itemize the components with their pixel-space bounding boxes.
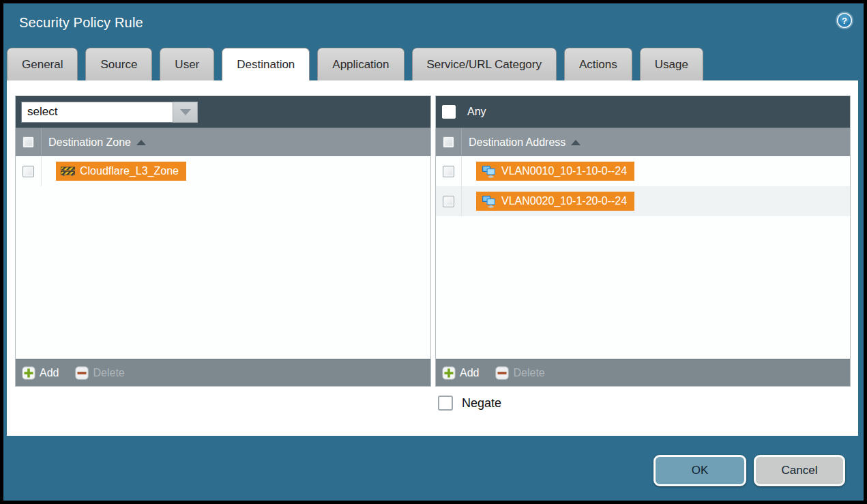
destination-zone-panel: Destination Zone — [15, 95, 431, 387]
zone-select-all-checkbox[interactable] — [23, 136, 34, 148]
address-item-label: VLAN0010_10-1-10-0--24 — [501, 165, 627, 177]
tab-general[interactable]: General — [7, 48, 78, 80]
table-row: VLAN0010_10-1-10-0--24 — [436, 156, 850, 186]
sort-asc-icon — [571, 140, 581, 145]
address-column-header: Destination Address — [436, 128, 850, 156]
add-plus-icon — [442, 366, 456, 380]
add-plus-icon — [22, 366, 35, 380]
delete-minus-icon — [75, 366, 89, 380]
zone-footer: Add Delete — [16, 359, 430, 386]
zone-barrier-icon — [61, 166, 75, 177]
address-add-button[interactable]: Add — [442, 366, 479, 380]
zone-item[interactable]: Cloudflare_L3_Zone — [56, 162, 186, 181]
network-address-icon — [481, 165, 497, 178]
zone-row-checkbox[interactable] — [23, 166, 34, 177]
destination-address-panel: Any Destination Address — [435, 95, 851, 387]
destination-tab-content: Destination Zone — [7, 80, 858, 436]
network-address-icon — [481, 195, 497, 208]
zone-column-header: Destination Zone — [16, 128, 430, 156]
address-rows: VLAN0010_10-1-10-0--24 — [436, 156, 850, 359]
address-delete-button[interactable]: Delete — [495, 366, 544, 380]
tab-destination[interactable]: Destination — [222, 48, 310, 80]
tab-service-url-category[interactable]: Service/URL Category — [412, 48, 557, 80]
tab-actions[interactable]: Actions — [564, 48, 632, 80]
negate-label: Negate — [462, 396, 501, 411]
ok-button[interactable]: OK — [653, 455, 746, 486]
tab-user[interactable]: User — [160, 48, 214, 80]
dialog-title: Security Policy Rule — [19, 15, 143, 31]
security-policy-rule-dialog: Security Policy Rule ? General Source Us… — [3, 3, 864, 501]
address-row-checkbox[interactable] — [443, 166, 454, 177]
address-select-all-checkbox[interactable] — [443, 136, 454, 148]
zone-column-title[interactable]: Destination Zone — [48, 136, 146, 149]
zone-item-label: Cloudflare_L3_Zone — [80, 165, 179, 177]
tab-usage[interactable]: Usage — [640, 48, 703, 80]
chevron-down-icon — [180, 109, 191, 115]
address-row-checkbox[interactable] — [443, 196, 454, 207]
negate-option: Negate — [438, 396, 501, 411]
title-bar: Security Policy Rule ? — [3, 3, 864, 48]
tab-strip: General Source User Destination Applicat… — [7, 48, 703, 80]
zone-delete-button[interactable]: Delete — [75, 366, 124, 380]
address-footer: Add Delete — [436, 359, 850, 386]
sort-asc-icon — [136, 140, 146, 145]
any-checkbox[interactable] — [442, 105, 456, 119]
address-item-label: VLAN0020_10-1-20-0--24 — [501, 195, 627, 207]
address-column-title[interactable]: Destination Address — [469, 136, 581, 149]
zone-rows: Cloudflare_L3_Zone — [16, 156, 430, 359]
address-toolbar: Any — [436, 96, 850, 128]
zone-select-input[interactable] — [21, 102, 173, 123]
zone-add-button[interactable]: Add — [22, 366, 59, 380]
any-label: Any — [467, 106, 486, 118]
dialog-action-bar: OK Cancel — [0, 432, 867, 504]
zone-toolbar — [16, 96, 430, 128]
negate-checkbox[interactable] — [438, 396, 453, 411]
address-item[interactable]: VLAN0020_10-1-20-0--24 — [476, 192, 634, 211]
delete-minus-icon — [495, 366, 509, 380]
zone-select-dropdown-button[interactable] — [173, 102, 198, 123]
table-row: VLAN0020_10-1-20-0--24 — [436, 186, 850, 216]
cancel-button[interactable]: Cancel — [754, 455, 845, 486]
address-item[interactable]: VLAN0010_10-1-10-0--24 — [476, 162, 634, 181]
svg-text:?: ? — [842, 16, 847, 26]
tab-application[interactable]: Application — [317, 48, 404, 80]
tab-source[interactable]: Source — [85, 48, 152, 80]
help-icon[interactable]: ? — [835, 11, 854, 30]
table-row: Cloudflare_L3_Zone — [16, 156, 430, 186]
